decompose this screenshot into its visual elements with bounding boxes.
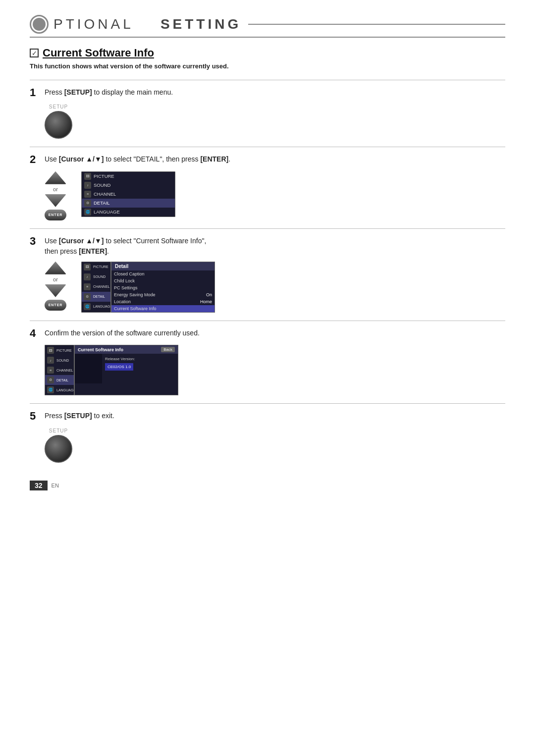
enter-btn: ENTER [45, 210, 66, 220]
step-3-screens: 🖼 PICTURE ♪ SOUND ≡ CHANNEL ⚙ DETAIL [81, 262, 215, 313]
step-5-content: SETUP [30, 428, 505, 463]
step-3-label-language: LANGUAGE [93, 305, 111, 308]
detail-label-csw: Current Software Info [114, 306, 212, 311]
step-3-detail-pc-settings: PC Settings [111, 284, 214, 291]
step-1-text: Press [SETUP] to display the main menu. [45, 86, 173, 98]
menu-item-channel: ≡ CHANNEL [82, 190, 175, 199]
step-5-text: Press [SETUP] to exit. [45, 410, 114, 421]
menu-icon-channel: ≡ [84, 191, 91, 198]
step-3-enter-label: ENTER [49, 303, 63, 307]
step-3-detail-title: Detail [111, 262, 214, 270]
page-footer: 32 EN [30, 481, 59, 490]
step-4-icon-language: 🌐 [47, 386, 54, 393]
step-3-menu-detail: ⚙ DETAIL [82, 292, 110, 302]
step-4-screens: 🖼 PICTURE ♪ SOUND ≡ CHANNEL ⚙ DETAIL [45, 345, 178, 395]
step-3-menu-picture: 🖼 PICTURE [82, 262, 110, 272]
step-4-software-info-screen: Current Software Info Back Release Versi… [74, 345, 178, 395]
step-1-setup-btn [45, 111, 72, 139]
checkmark: ✓ [32, 50, 37, 56]
detail-label-pc: PC Settings [114, 285, 212, 290]
step-3-icon-channel: ≡ [84, 283, 91, 290]
step-3-sidebar-menu: 🖼 PICTURE ♪ SOUND ≡ CHANNEL ⚙ DETAIL [81, 262, 111, 313]
step-3-label-sound: SOUND [93, 275, 106, 278]
step-4-label-channel: CHANNEL [56, 369, 73, 372]
step-4-soft-info-sidebar [75, 354, 102, 383]
step-3-icon-language: 🌐 [84, 303, 91, 310]
step-4-menu-detail: ⚙ DETAIL [45, 375, 74, 385]
step-4-label-language: LANGUAGE [56, 388, 74, 392]
step-3-detail-child-lock: Child Lock [111, 277, 214, 284]
step-2: 2 Use [Cursor ▲/▼] to select "DETAIL", t… [30, 147, 505, 220]
step-4-icon-detail: ⚙ [47, 377, 54, 383]
menu-icon-picture: 🖼 [84, 173, 91, 180]
step-3-header: 3 Use [Cursor ▲/▼] to select "Current So… [30, 235, 505, 257]
step-3-detail-location: Location Home [111, 298, 214, 305]
step-4-icon-picture: 🖼 [47, 347, 54, 354]
step-2-text: Use [Cursor ▲/▼] to select "DETAIL", the… [45, 153, 230, 164]
step-4-icon-channel: ≡ [47, 367, 54, 374]
step-5-number: 5 [30, 410, 45, 423]
menu-label-channel: CHANNEL [94, 191, 116, 197]
menu-item-detail: ⚙ DETAIL [82, 199, 175, 208]
step-3-icon-picture: 🖼 [84, 264, 91, 270]
step-4-label-sound: SOUND [56, 359, 69, 362]
step-4-text: Confirm the version of the software curr… [45, 327, 200, 338]
step-1-header: 1 Press [SETUP] to display the main menu… [30, 86, 505, 99]
step-2-cursor-wrap: or ENTER [45, 171, 66, 220]
menu-label-picture: PICTURE [94, 173, 114, 179]
enter-btn-label: ENTER [49, 213, 63, 216]
cursor-up-btn [45, 171, 66, 184]
step-4-menu-sound: ♪ SOUND [45, 355, 74, 365]
step-3-label-detail: DETAIL [93, 295, 105, 298]
checkbox-icon: ✓ [30, 49, 39, 57]
header-title-regular: PTIONAL [54, 16, 133, 32]
menu-label-language: LANGUAGE [94, 209, 120, 215]
step-4-soft-info-title: Current Software Info [78, 347, 123, 352]
step-2-header: 2 Use [Cursor ▲/▼] to select "DETAIL", t… [30, 153, 505, 166]
step-4-release-value: CE02/OS 1.0 [105, 363, 133, 371]
menu-item-sound: ♪ SOUND [82, 181, 175, 190]
detail-label-cc: Closed Caption [114, 271, 212, 276]
detail-value-location: Home [200, 299, 212, 304]
cursor-or-label: or [53, 185, 58, 193]
step-4-label-picture: PICTURE [56, 349, 72, 352]
step-4-menu-language: 🌐 LANGUAGE [45, 385, 74, 395]
step-3-menu-language: 🌐 LANGUAGE [82, 302, 110, 312]
step-4-soft-info-content: Release Version: CE02/OS 1.0 [75, 354, 178, 383]
step-2-content: or ENTER 🖼 PICTURE ♪ SOUND ≡ CHANNEL [30, 171, 505, 220]
step-1: 1 Press [SETUP] to display the main menu… [30, 80, 505, 139]
detail-label-cl: Child Lock [114, 278, 212, 283]
menu-icon-sound: ♪ [84, 182, 91, 189]
step-3-detail-energy: Energy Saving Mode On [111, 291, 214, 298]
step-2-number: 2 [30, 153, 45, 166]
step-4-icon-sound: ♪ [47, 357, 54, 364]
header-line [248, 24, 505, 25]
step-4-header: 4 Confirm the version of the software cu… [30, 327, 505, 340]
cursor-down-btn [45, 194, 66, 207]
step-4-release-label: Release Version: [105, 357, 175, 361]
step-3-cursor-or: or [53, 275, 58, 283]
step-4-label-detail: DETAIL [56, 378, 68, 382]
section-title: Current Software Info [43, 47, 154, 59]
step-3-icon-detail: ⚙ [84, 293, 91, 300]
menu-item-language: 🌐 LANGUAGE [82, 208, 175, 216]
step-3-content: or ENTER 🖼 PICTURE ♪ SOUND [30, 262, 505, 313]
step-1-content: SETUP [30, 104, 505, 139]
menu-label-detail: DETAIL [94, 200, 110, 206]
step-3-cursor-wrap: or ENTER [45, 262, 66, 311]
section-heading: ✓ Current Software Info [30, 47, 505, 59]
step-4-back-btn[interactable]: Back [161, 347, 175, 352]
step-4-sidebar-menu: 🖼 PICTURE ♪ SOUND ≡ CHANNEL ⚙ DETAIL [45, 345, 74, 395]
step-4-number: 4 [30, 327, 45, 340]
page-lang: EN [52, 483, 59, 488]
menu-item-picture: 🖼 PICTURE [82, 172, 175, 181]
step-3-detail-menu: Detail Closed Caption Child Lock PC Sett… [111, 262, 215, 313]
step-5: 5 Press [SETUP] to exit. SETUP [30, 403, 505, 462]
step-4: 4 Confirm the version of the software cu… [30, 321, 505, 395]
step-5-setup-wrap: SETUP [45, 428, 72, 463]
step-3-text: Use [Cursor ▲/▼] to select "Current Soft… [45, 235, 206, 257]
menu-icon-detail: ⚙ [84, 200, 91, 207]
page: PTIONAL SETTING ✓ Current Software Info … [0, 0, 535, 500]
step-4-soft-info-header: Current Software Info Back [75, 345, 178, 354]
header-title-bold: SETTING [160, 16, 241, 32]
